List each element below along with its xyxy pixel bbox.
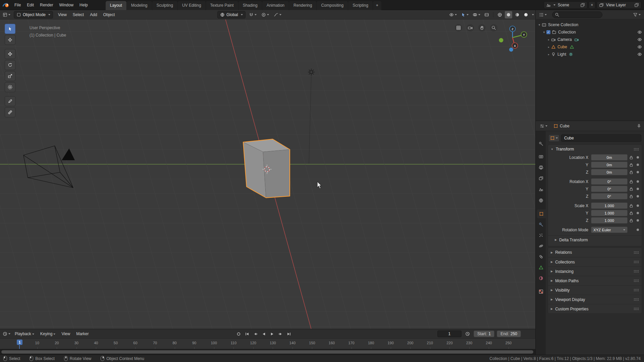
properties-tab-world[interactable] [536,196,546,205]
jump-to-end-button[interactable] [285,330,292,338]
properties-tab-physics[interactable] [536,242,546,250]
panel-grip-icon[interactable] [634,279,639,282]
transform-value-field[interactable]: 0° [591,193,628,199]
preview-range-toggle[interactable] [464,330,471,338]
timeline-scrollbar[interactable] [1,350,533,354]
outliner-search-input[interactable] [561,12,600,17]
tool-transform[interactable] [5,82,15,92]
workspace-tab-compositing[interactable]: Compositing [317,1,348,10]
animate-dot-button[interactable] [637,156,639,159]
lock-icon[interactable] [629,194,634,199]
animate-dot-button[interactable] [637,212,639,214]
lock-icon[interactable] [629,179,634,184]
properties-tab-object-data[interactable] [536,263,546,272]
scene-selector[interactable]: Scene [544,1,587,9]
new-scene-icon[interactable] [580,3,585,7]
add-workspace-button[interactable]: + [373,1,381,10]
workspace-tab-scripting[interactable]: Scripting [348,1,373,10]
transform-value-field[interactable]: 0m [591,162,628,168]
eye-icon[interactable] [637,45,642,49]
transform-value-field[interactable]: 1.000 [591,202,628,209]
view-layer-selector[interactable]: View Layer [597,1,641,9]
play-reverse-button[interactable] [260,330,267,338]
eye-icon[interactable] [637,52,642,57]
workspace-tab-modeling[interactable]: Modeling [127,1,152,10]
timeline-menu-marker[interactable]: Marker [73,329,92,339]
timeline-ruler[interactable]: 1 10203040506070809010011012013014015016… [0,339,535,349]
collection-checkbox[interactable]: ✓ [546,30,550,34]
new-view-layer-icon[interactable] [634,3,639,7]
animate-dot-button[interactable] [637,188,639,190]
workspace-tab-layout[interactable]: Layout [106,1,126,10]
jump-to-next-keyframe-button[interactable] [277,330,284,338]
panel-collections[interactable]: ▶Collections [548,257,642,266]
panel-grip-icon[interactable] [634,270,639,273]
shading-material-button[interactable] [514,11,521,18]
pin-icon[interactable] [637,124,641,128]
falloff-selector[interactable] [272,11,283,18]
tool-scale[interactable] [5,71,15,81]
viewport-menu-add[interactable]: Add [87,10,100,19]
animate-dot-button[interactable] [637,219,639,222]
xray-toggle[interactable] [483,11,490,18]
lock-icon[interactable] [629,203,634,208]
animate-dot-button[interactable] [637,229,639,231]
workspace-tab-sculpting[interactable]: Sculpting [152,1,177,10]
object-name-field[interactable] [561,134,641,142]
play-button[interactable] [268,330,276,338]
panel-motion-paths[interactable]: ▶Motion Paths [548,276,642,285]
eye-icon[interactable] [637,37,642,42]
panel-custom-properties[interactable]: ▶Custom Properties [548,304,642,313]
toggle-perspective-button[interactable] [455,24,462,32]
workspace-tab-rendering[interactable]: Rendering [289,1,316,10]
transform-panel-header[interactable]: ▼ Transform [548,145,642,154]
viewport-canvas[interactable] [0,19,535,329]
transform-value-field[interactable]: 0° [591,186,628,192]
record-button[interactable] [235,330,242,338]
editor-type-button[interactable] [1,11,12,18]
camera-view-button[interactable] [467,24,474,32]
proportional-editing-toggle[interactable] [260,11,270,18]
outliner-search[interactable] [552,11,602,18]
viewport-3d[interactable]: Object Mode ViewSelectAddObject Global [0,10,535,329]
playhead[interactable]: 1 [17,340,22,345]
properties-tab-tool[interactable] [536,139,546,148]
shading-rendered-button[interactable] [522,11,530,18]
blender-logo-icon[interactable] [3,2,9,8]
viewport-menu-select[interactable]: Select [70,10,87,19]
panel-grip-icon[interactable] [634,289,639,292]
lock-icon[interactable] [629,163,634,167]
start-frame-field[interactable]: Start: 1 [474,330,494,337]
panel-relations[interactable]: ▶Relations [548,248,642,257]
snap-toggle[interactable] [248,11,258,18]
workspace-tab-texture-paint[interactable]: Texture Paint [206,1,238,10]
panel-grip-icon[interactable] [634,148,639,151]
menu-edit[interactable]: Edit [24,3,37,7]
panel-viewport-display[interactable]: ▶Viewport Display [548,295,642,304]
transform-value-field[interactable]: 1.000 [591,217,628,224]
pan-view-button[interactable] [478,24,486,32]
properties-tab-scene[interactable] [536,185,546,194]
rotation-mode-dropdown[interactable]: XYZ Euler [591,227,628,233]
timeline-menu-playback[interactable]: Playback [12,329,37,339]
viewport-menu-view[interactable]: View [55,10,70,19]
tool-measure[interactable] [5,107,15,117]
properties-tab-texture[interactable] [536,287,546,296]
tool-select-box[interactable] [5,24,15,34]
navigation-gizmo[interactable]: Z Y X [497,22,528,53]
editor-type-button-properties[interactable] [538,122,549,130]
panel-grip-icon[interactable] [634,298,639,301]
jump-to-start-button[interactable] [243,330,251,338]
properties-tab-output[interactable] [536,163,546,172]
animate-dot-button[interactable] [637,164,639,166]
workspace-tab-shading[interactable]: Shading [238,1,262,10]
properties-tab-view-layer[interactable] [536,174,546,183]
transform-value-field[interactable]: 0m [591,154,628,161]
eye-icon[interactable] [637,30,642,35]
menu-window[interactable]: Window [56,3,76,7]
menu-help[interactable]: Help [76,3,91,7]
transform-value-field[interactable]: 1.000 [591,210,628,216]
workspace-tab-uv-editing[interactable]: UV Editing [178,1,206,10]
expander-icon[interactable]: ▸ [546,38,551,41]
browse-object-button[interactable] [548,134,559,142]
